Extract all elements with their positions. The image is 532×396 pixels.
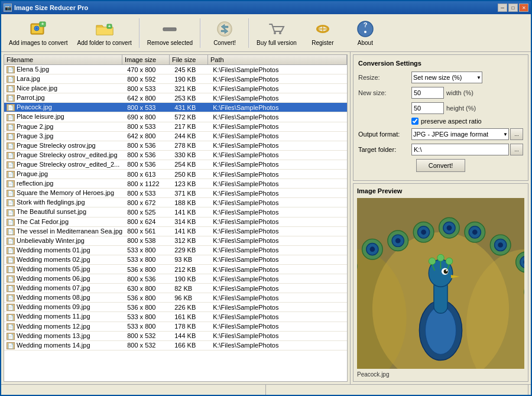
table-row[interactable]: 📄Prague 3.jpg642 x 800244 KBK:\Files\Sam… — [4, 131, 347, 141]
table-row[interactable]: 📄Prague Strelecky ostrov_edited_2...800 … — [4, 160, 347, 169]
filename-cell: 📄Wedding moments 12.jpg — [4, 322, 125, 331]
output-format-select[interactable]: JPG - JPEG image format PNG - Portable N… — [411, 128, 509, 140]
close-button[interactable]: ✕ — [519, 4, 528, 12]
filesize-cell: 123 KB — [172, 179, 210, 189]
path-cell: K:\Files\SamplePhotos — [210, 150, 347, 160]
table-row[interactable]: 📄Square the Memory of Heroes.jpg800 x 53… — [4, 189, 347, 198]
table-row[interactable]: 📄Prague Strelecky ostrov.jpg800 x 536278… — [4, 141, 347, 150]
table-row[interactable]: 📄Place leisure.jpg690 x 800572 KBK:\File… — [4, 112, 347, 122]
table-row[interactable]: 📄Wedding moments 07.jpg630 x 80082 KBK:\… — [4, 284, 347, 293]
table-row[interactable]: 📄Nice place.jpg800 x 533321 KBK:\Files\S… — [4, 84, 347, 93]
table-row[interactable]: 📄Wedding moments 13.jpg800 x 532144 KBK:… — [4, 331, 347, 340]
buy-button[interactable]: Buy full version — [252, 17, 301, 49]
path-cell: K:\Files\SamplePhotos — [210, 65, 347, 74]
status-bar — [1, 384, 531, 395]
filename-cell: 📄reflection.jpg — [4, 179, 125, 189]
table-row[interactable]: 📄Stork with fledglings.jpg800 x 672188 K… — [4, 198, 347, 207]
table-row[interactable]: 📄Elena 5.jpg470 x 800245 KBK:\Files\Samp… — [4, 65, 347, 74]
table-row[interactable]: 📄Prague.jpg800 x 613250 KBK:\Files\Sampl… — [4, 170, 347, 179]
output-format-browse-button[interactable]: ... — [510, 128, 523, 140]
table-row[interactable]: 📄Wedding moments 12.jpg533 x 800178 KBK:… — [4, 322, 347, 331]
col-header-path[interactable]: Path — [208, 55, 347, 64]
filename-cell: 📄Wedding moments 05.jpg — [4, 264, 125, 274]
filename-cell: 📄Wedding moments 08.jpg — [4, 293, 125, 303]
table-row[interactable]: 📄Wedding moments 05.jpg536 x 800212 KBK:… — [4, 264, 347, 274]
table-row[interactable]: 📄Wedding moments 11.jpg533 x 800161 KBK:… — [4, 312, 347, 322]
svg-text:+: + — [41, 21, 44, 27]
target-folder-input[interactable] — [411, 144, 509, 155]
table-row[interactable]: 📄The vessel in Mediterranean Sea.jpg800 … — [4, 226, 347, 236]
table-row[interactable]: 📄Wedding moments 02.jpg533 x 80093 KBK:\… — [4, 255, 347, 264]
table-row[interactable]: 📄Peacock.jpg800 x 533431 KBK:\Files\Samp… — [4, 103, 347, 112]
imgsize-cell: 533 x 800 — [125, 245, 172, 255]
table-row[interactable]: 📄The Beautiful sunset.jpg800 x 525141 KB… — [4, 207, 347, 217]
add-images-button[interactable]: + Add images to convert — [5, 17, 72, 49]
imgsize-cell: 800 x 532 — [125, 340, 172, 350]
table-row[interactable]: 📄Wedding moments 01.jpg533 x 800229 KBK:… — [4, 245, 347, 255]
col-header-imgsize[interactable]: Image size — [122, 55, 170, 64]
file-table-body[interactable]: 📄Elena 5.jpg470 x 800245 KBK:\Files\Samp… — [4, 65, 347, 350]
path-cell: K:\Files\SamplePhotos — [210, 226, 347, 236]
filename-cell: 📄The vessel in Mediterranean Sea.jpg — [4, 226, 125, 236]
remove-icon — [160, 20, 179, 38]
table-row[interactable]: 📄Wedding moments 09.jpg536 x 800226 KBK:… — [4, 303, 347, 312]
imgsize-cell: 536 x 800 — [125, 264, 172, 274]
resize-row: Resize: Set new size (%) Set max size (p… — [358, 72, 523, 83]
table-row[interactable]: 📄Parrot.jpg642 x 800253 KBK:\Files\Sampl… — [4, 93, 347, 103]
preserve-aspect-checkbox[interactable] — [411, 118, 419, 125]
height-row: height (%) — [358, 102, 523, 114]
minimize-button[interactable]: ─ — [498, 4, 507, 12]
app-icon: 📷 — [4, 4, 12, 12]
imgsize-cell: 630 x 800 — [125, 284, 172, 293]
separator-2 — [200, 18, 201, 48]
table-row[interactable]: 📄Wedding moments 14.jpg800 x 532166 KBK:… — [4, 340, 347, 350]
width-input[interactable] — [411, 87, 444, 99]
filesize-cell: 166 KB — [172, 340, 210, 350]
table-row[interactable]: 📄reflection.jpg800 x 1122123 KBK:\Files\… — [4, 179, 347, 189]
maximize-button[interactable]: □ — [508, 4, 518, 12]
path-cell: K:\Files\SamplePhotos — [210, 284, 347, 293]
filename-cell: 📄Unbelievably Winter.jpg — [4, 236, 125, 245]
filename-cell: 📄The Beautiful sunset.jpg — [4, 207, 125, 217]
filesize-cell: 371 KB — [172, 189, 210, 198]
svg-point-18 — [364, 31, 366, 33]
table-row[interactable]: 📄The Cat Fedor.jpg800 x 624314 KBK:\File… — [4, 217, 347, 226]
add-folder-button[interactable]: + Add folder to convert — [73, 17, 136, 49]
table-row[interactable]: 📄Unbelievably Winter.jpg800 x 538312 KBK… — [4, 236, 347, 245]
filesize-cell: 141 KB — [172, 207, 210, 217]
filename-cell: 📄Stork with fledglings.jpg — [4, 198, 125, 207]
filename-cell: 📄Wedding moments 06.jpg — [4, 274, 125, 284]
path-cell: K:\Files\SamplePhotos — [210, 198, 347, 207]
path-cell: K:\Files\SamplePhotos — [210, 189, 347, 198]
about-button[interactable]: ? About — [345, 17, 386, 49]
col-header-filesize[interactable]: File size — [170, 55, 208, 64]
table-row[interactable]: 📄Prague 2.jpg800 x 533217 KBK:\Files\Sam… — [4, 122, 347, 131]
svg-rect-8 — [163, 28, 176, 31]
convert-label: Convert! — [213, 40, 236, 46]
output-format-label: Output format: — [358, 131, 411, 138]
filename-cell: 📄Wedding moments 14.jpg — [4, 340, 125, 350]
table-row[interactable]: 📄Wedding moments 06.jpg800 x 536190 KBK:… — [4, 274, 347, 284]
convert-button-toolbar[interactable]: Convert! — [204, 17, 245, 49]
col-header-filename[interactable]: Filename — [4, 55, 122, 64]
remove-selected-button[interactable]: Remove selected — [143, 17, 197, 49]
resize-select[interactable]: Set new size (%) Set max size (px) Keep … — [411, 72, 482, 83]
filesize-cell: 217 KB — [172, 122, 210, 131]
table-row[interactable]: 📄Prague Strelecky ostrov_edited.jpg800 x… — [4, 150, 347, 160]
height-input[interactable] — [411, 102, 444, 114]
imgsize-cell: 536 x 800 — [125, 303, 172, 312]
filename-cell: 📄Elena 5.jpg — [4, 65, 125, 74]
remove-selected-label: Remove selected — [147, 40, 193, 46]
convert-button[interactable]: Convert! — [416, 159, 466, 172]
register-button[interactable]: Register — [302, 17, 343, 49]
table-row[interactable]: 📄Lara.jpg800 x 592190 KBK:\Files\SampleP… — [4, 74, 347, 84]
svg-text:?: ? — [363, 21, 367, 28]
imgsize-cell: 800 x 533 — [125, 103, 172, 112]
target-folder-browse-button[interactable]: ... — [510, 144, 523, 155]
path-cell: K:\Files\SamplePhotos — [210, 131, 347, 141]
table-row[interactable]: 📄Wedding moments 08.jpg536 x 80096 KBK:\… — [4, 293, 347, 303]
status-left — [4, 385, 266, 395]
new-size-row: New size: width (%) — [358, 87, 523, 99]
imgsize-cell: 800 x 533 — [125, 84, 172, 93]
svg-point-40 — [472, 229, 478, 235]
